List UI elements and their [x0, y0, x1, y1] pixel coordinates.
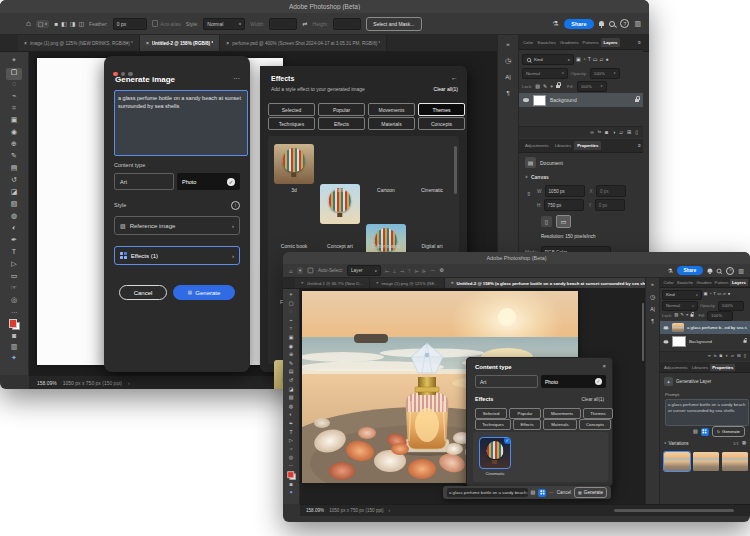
style-select[interactable]: Normal∨	[203, 18, 245, 30]
cancel-button[interactable]: Cancel	[557, 490, 571, 495]
lock-paint-icon[interactable]: ✎	[680, 313, 684, 317]
new-selection-icon[interactable]: ■	[54, 21, 58, 27]
link-layers-icon[interactable]: ∞	[708, 354, 711, 358]
filter-type-icon[interactable]: T	[713, 292, 716, 296]
chip-materials[interactable]: Materials	[368, 117, 415, 130]
info-icon[interactable]: i	[231, 201, 240, 210]
notifications-bell-icon[interactable]	[707, 269, 711, 273]
align-right-icon[interactable]: ⊣	[400, 268, 404, 274]
eraser-tool[interactable]: ◪	[0, 188, 28, 200]
close-tab-icon[interactable]: ×	[226, 41, 229, 46]
search-icon[interactable]	[609, 21, 615, 27]
adjustment-layer-icon[interactable]: ◑	[612, 130, 615, 135]
more-options-icon[interactable]: ⋯	[549, 490, 554, 495]
portrait-orientation-button[interactable]: ▯	[541, 216, 552, 227]
new-group-icon[interactable]: ▱	[731, 354, 734, 358]
move-tool[interactable]: ⌖	[283, 291, 299, 300]
chip-movements[interactable]: Movements	[368, 103, 415, 116]
cancel-button[interactable]: Cancel	[119, 285, 167, 300]
healing-brush-tool[interactable]: ⊕	[283, 351, 299, 360]
tab-properties-active[interactable]: Properties	[574, 141, 601, 150]
lock-all-icon[interactable]	[691, 314, 694, 316]
variation-thumb[interactable]	[693, 452, 719, 471]
layer-name[interactable]: Background	[550, 97, 631, 103]
reference-image-icon[interactable]: ▨	[531, 490, 536, 495]
history-icon[interactable]: ◷	[650, 294, 655, 300]
blend-mode-select[interactable]: Normal∨	[522, 68, 568, 79]
reference-image-row[interactable]: ▨ Reference image ›	[114, 216, 240, 235]
path-selection-tool[interactable]: ▷	[0, 260, 28, 272]
workspace-icon[interactable]: ▥	[634, 20, 641, 27]
tab-swatches[interactable]: Swatches	[535, 40, 558, 45]
close-tab-icon[interactable]: ×	[376, 281, 379, 285]
chip-popular[interactable]: Popular	[509, 408, 541, 419]
type-tool[interactable]: T	[283, 429, 299, 438]
chip-concepts[interactable]: Concepts	[579, 419, 611, 430]
back-arrow-icon[interactable]: ←	[451, 74, 458, 81]
quick-mask-icon[interactable]: ◙	[0, 332, 28, 343]
landscape-orientation-button[interactable]: ▭	[556, 215, 571, 228]
layer-visibility-eye-icon[interactable]	[523, 98, 529, 102]
clone-stamp-tool[interactable]: ▤	[0, 164, 28, 176]
width-input[interactable]	[269, 18, 297, 30]
chip-themes[interactable]: Themes	[583, 408, 613, 419]
distribute-icon[interactable]: ⊩	[414, 268, 418, 274]
anti-alias-toggle[interactable]: Anti-alias	[152, 20, 181, 27]
art-button[interactable]: Art	[475, 375, 538, 388]
variations-header[interactable]: ∨ Variations 1/1 ▦	[664, 441, 746, 446]
filter-pixel-icon[interactable]: ▣	[704, 292, 708, 296]
brush-tool[interactable]: ✎	[0, 152, 28, 164]
grid-view-icon[interactable]: ▦	[742, 441, 746, 445]
clear-all-link[interactable]: Clear all(1)	[434, 86, 458, 92]
lock-move-icon[interactable]: ⌖	[686, 313, 688, 317]
gradient-tool[interactable]: ▧	[283, 394, 299, 403]
chip-concepts[interactable]: Concepts	[418, 117, 465, 130]
share-button[interactable]: Share	[677, 266, 703, 275]
layer-thumbnail[interactable]	[533, 95, 546, 106]
reference-image-icon[interactable]: ▨	[693, 429, 698, 434]
character-panel-icon[interactable]: A|	[505, 74, 511, 80]
layer-filter-select[interactable]: Kind∨	[522, 54, 574, 65]
generate-button[interactable]: ↻Generate	[712, 426, 745, 437]
effect-thumb-cinematic-selected[interactable]: ✓	[480, 438, 510, 468]
doc-tab-3-active[interactable]: ×Untitled-2 @ 158% (a glass perfume bott…	[445, 278, 672, 288]
titlebar[interactable]: Adobe Photoshop (Beta)	[0, 0, 649, 14]
tab-patterns[interactable]: Pattern	[713, 280, 730, 285]
pen-tool[interactable]: ✒	[283, 420, 299, 429]
delete-layer-icon[interactable]: ▯	[635, 130, 638, 135]
link-wh-icon[interactable]: ∞	[526, 192, 532, 196]
layer-mask-icon[interactable]: ◙	[719, 354, 722, 358]
dodge-tool[interactable]: ◐	[283, 411, 299, 420]
edit-toolbar-icon[interactable]: ⋯	[283, 463, 299, 470]
delete-layer-icon[interactable]: ▯	[744, 354, 746, 358]
fill-value[interactable]: 100%	[707, 311, 733, 321]
search-icon[interactable]	[717, 268, 722, 273]
type-tool[interactable]: T	[0, 248, 28, 260]
hand-tool[interactable]: ☞	[283, 446, 299, 455]
height-input[interactable]	[333, 18, 361, 30]
doc-tab-3[interactable]: ×perfume.psd @ 400% (Screen Shot 2024-04…	[220, 35, 387, 51]
crop-tool[interactable]: ⌗	[283, 325, 299, 334]
doc-tab-2[interactable]: ×image (1).png @ 125% (NE...	[370, 278, 445, 288]
layer-thumbnail[interactable]	[672, 323, 684, 332]
status-chevron-icon[interactable]: ›	[389, 508, 391, 513]
layer-name[interactable]: Background	[689, 339, 740, 344]
panel-menu-icon[interactable]: ≡	[638, 40, 641, 45]
generative-ai-icon[interactable]: ✦	[0, 354, 28, 365]
effects-row[interactable]: Effects (1) ›	[114, 246, 240, 265]
tab-libraries[interactable]: Libraries	[552, 143, 574, 148]
filter-shape-icon[interactable]: ▭	[717, 292, 721, 296]
lock-transparency-icon[interactable]: ▨	[535, 84, 540, 89]
chip-techniques[interactable]: Techniques	[268, 117, 315, 130]
tab-layers-active[interactable]: Layers	[730, 279, 748, 286]
share-button[interactable]: Share	[564, 19, 594, 29]
gradient-tool[interactable]: ▧	[0, 200, 28, 212]
chip-selected[interactable]: Selected	[475, 408, 507, 419]
help-icon[interactable]: ?	[620, 19, 629, 28]
generate-button[interactable]: ▦Generate	[574, 487, 607, 498]
more-options-icon[interactable]: ⋯	[430, 268, 435, 273]
foreground-color-swatch[interactable]	[9, 319, 18, 328]
close-tab-icon[interactable]: ×	[146, 41, 149, 46]
horizontal-scrollbar[interactable]	[614, 509, 734, 512]
frame-tool[interactable]: ▣	[0, 116, 28, 128]
